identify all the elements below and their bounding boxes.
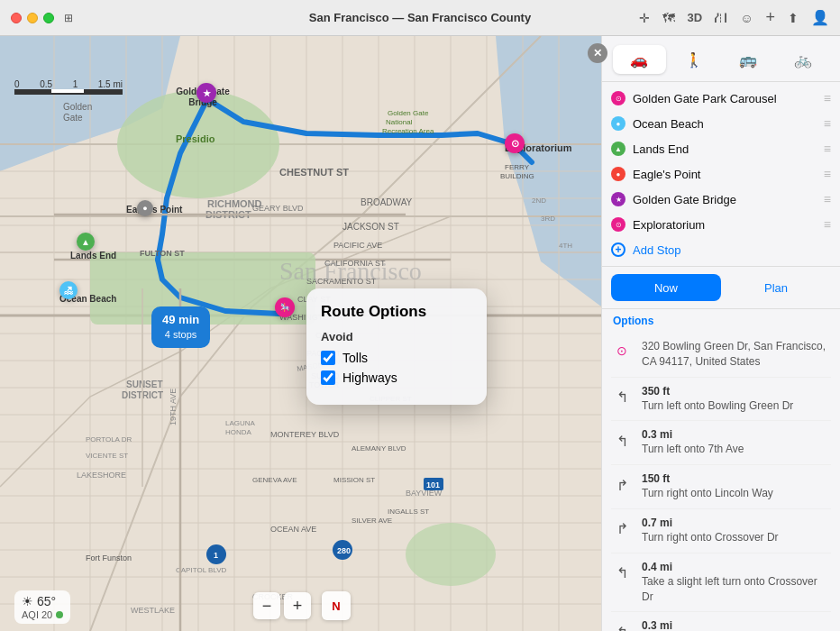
tab-cycle[interactable]: 🚲 <box>777 45 830 74</box>
tolls-checkbox[interactable] <box>321 351 335 365</box>
stop-name-carousel: Golden Gate Park Carousel <box>633 92 817 105</box>
svg-text:Fort Funston: Fort Funston <box>86 553 132 562</box>
svg-text:WESTLAKE: WESTLAKE <box>131 606 175 615</box>
highways-option[interactable]: Highways <box>321 370 472 385</box>
svg-text:OCEAN AVE: OCEAN AVE <box>270 525 316 534</box>
account-icon[interactable]: 👤 <box>811 9 829 26</box>
now-plan-bar: Now Plan <box>602 267 840 309</box>
direction-item-3: ↱ 150 ft Turn right onto Lincoln Way <box>611 465 831 509</box>
drag-handle-golden-gate-bridge[interactable]: ≡ <box>824 192 831 206</box>
transport-tabs: 🚗 🚶 🚌 🚲 <box>602 36 840 82</box>
turn-left-icon-1: ↰ <box>611 387 633 408</box>
stop-name-lands-end: Lands End <box>633 142 817 156</box>
stop-item-ocean-beach[interactable]: ● Ocean Beach ≡ <box>602 111 840 136</box>
drag-handle-exploratorium[interactable]: ≡ <box>824 217 831 232</box>
carousel-pin[interactable]: 🎠 <box>275 297 295 317</box>
stop-item-golden-gate-bridge[interactable]: ★ Golden Gate Bridge ≡ <box>602 187 840 212</box>
zoom-plus-button[interactable]: + <box>284 592 311 619</box>
exploratorium-pin[interactable]: ⊙ <box>505 133 525 153</box>
smiley-icon[interactable]: ☺ <box>740 11 753 25</box>
highways-label: Highways <box>342 370 397 385</box>
drag-handle-carousel[interactable]: ≡ <box>824 91 831 105</box>
add-stop-label: Add Stop <box>633 243 681 257</box>
direction-dist-3: 150 ft <box>642 472 831 485</box>
add-icon[interactable]: + <box>765 8 775 27</box>
map-icon[interactable]: 🗺 <box>662 11 675 25</box>
svg-text:LAKESHORE: LAKESHORE <box>77 471 126 480</box>
svg-text:Eagle's Point: Eagle's Point <box>126 205 183 215</box>
plan-button[interactable]: Plan <box>721 274 831 301</box>
panel-close-button[interactable]: ✕ <box>588 43 607 63</box>
svg-text:Gate: Gate <box>63 113 83 123</box>
direction-content-6: 0.3 mi <box>642 619 831 631</box>
scale-label-0: 0 <box>14 79 20 89</box>
drag-handle-lands-end[interactable]: ≡ <box>824 142 831 156</box>
zoom-minus-button[interactable]: − <box>253 592 280 619</box>
tab-walk[interactable]: 🚶 <box>668 45 721 74</box>
stop-dot-lands-end: ▲ <box>611 142 625 156</box>
scale-bar: 0 0.5 1 1.5 mi <box>14 79 123 95</box>
stop-name-exploratorium: Exploratorium <box>633 218 817 232</box>
tab-transit[interactable]: 🚌 <box>722 45 775 74</box>
stop-item-lands-end[interactable]: ▲ Lands End ≡ <box>602 136 840 161</box>
3d-label[interactable]: 3D <box>688 11 703 24</box>
weather-badge: ☀ 65° AQI 20 <box>14 590 70 624</box>
direction-item-4: ↱ 0.7 mi Turn right onto Crossover Dr <box>611 509 831 553</box>
drag-handle-ocean-beach[interactable]: ≡ <box>824 116 831 131</box>
minimize-button[interactable] <box>27 13 38 23</box>
svg-text:PACIFIC AVE: PACIFIC AVE <box>333 241 382 250</box>
highways-checkbox[interactable] <box>321 370 335 385</box>
direction-text-5: Take a slight left turn onto Crossover D… <box>642 574 831 605</box>
stop-name-eagles-point: Eagle's Point <box>633 168 817 181</box>
turn-left-icon-2: ↰ <box>611 430 633 452</box>
svg-text:BROADWAY: BROADWAY <box>361 197 413 207</box>
share-icon[interactable]: ⬆ <box>788 11 799 25</box>
svg-text:1: 1 <box>214 551 218 560</box>
window-title: San Francisco — San Francisco County <box>309 11 531 24</box>
maximize-button[interactable] <box>43 13 54 23</box>
add-stop-button[interactable]: + Add Stop <box>602 237 840 262</box>
crosshair-icon[interactable]: ✛ <box>639 11 650 25</box>
compass-button[interactable]: N <box>322 591 351 620</box>
direction-content-address: 320 Bowling Green Dr, San Francisco, CA … <box>642 338 831 370</box>
svg-text:National: National <box>386 118 413 126</box>
svg-text:Golden Gate: Golden Gate <box>388 109 429 117</box>
svg-text:BUILDING: BUILDING <box>500 172 534 180</box>
now-button[interactable]: Now <box>611 274 721 301</box>
scale-label-05: 0.5 <box>40 79 52 89</box>
svg-point-39 <box>406 523 496 586</box>
map-controls: − + N <box>253 591 351 620</box>
close-button[interactable] <box>11 13 22 23</box>
stop-name-golden-gate-bridge: Golden Gate Bridge <box>633 193 817 206</box>
stop-item-eagles-point[interactable]: ● Eagle's Point ≡ <box>602 161 840 187</box>
drag-handle-eagles-point[interactable]: ≡ <box>824 167 831 181</box>
svg-text:MISSION ST: MISSION ST <box>333 476 375 484</box>
direction-dist-4: 0.7 mi <box>642 517 831 529</box>
map-container[interactable]: FULTON ST CHESTNUT ST BROADWAY JACKSON S… <box>0 36 601 631</box>
svg-text:LAGUNA: LAGUNA <box>225 419 256 427</box>
svg-text:ALEMANY BLVD: ALEMANY BLVD <box>352 444 406 453</box>
turn-left-icon-3: ↰ <box>611 621 633 631</box>
svg-text:Golden: Golden <box>63 102 92 112</box>
svg-text:PORTOLA DR: PORTOLA DR <box>86 435 132 444</box>
route-time-badge[interactable]: 49 min 4 stops <box>151 306 210 348</box>
route-options-title: Route Options <box>321 303 472 321</box>
start-location-icon: ⊙ <box>611 340 633 361</box>
stop-item-carousel[interactable]: ⊙ Golden Gate Park Carousel ≡ <box>602 86 840 111</box>
lands-end-pin[interactable]: ▲ <box>77 233 95 251</box>
svg-text:19TH AVE: 19TH AVE <box>169 389 178 425</box>
stop-item-exploratorium[interactable]: ⊙ Exploratorium ≡ <box>602 212 840 237</box>
sidebar-toggle-icon[interactable]: ⊞ <box>61 11 76 25</box>
tab-drive[interactable]: 🚗 <box>613 45 666 74</box>
directions-list[interactable]: ⊙ 320 Bowling Green Dr, San Francisco, C… <box>602 331 840 631</box>
svg-text:SUNSET: SUNSET <box>126 380 163 389</box>
route-options-popup: Route Options Avoid Tolls Highways <box>306 288 487 405</box>
direction-item-1: ↰ 350 ft Turn left onto Bowling Green Dr <box>611 378 831 422</box>
eagles-point-pin[interactable]: ● <box>137 200 153 216</box>
tolls-option[interactable]: Tolls <box>321 351 472 365</box>
svg-text:SILVER AVE: SILVER AVE <box>352 517 392 525</box>
golden-gate-bridge-pin[interactable]: ★ <box>196 83 216 103</box>
ocean-beach-pin[interactable]: 🏖 <box>59 281 78 299</box>
layers-icon[interactable]: ⛙ <box>715 11 727 25</box>
scale-label-15: 1.5 mi <box>98 79 123 89</box>
